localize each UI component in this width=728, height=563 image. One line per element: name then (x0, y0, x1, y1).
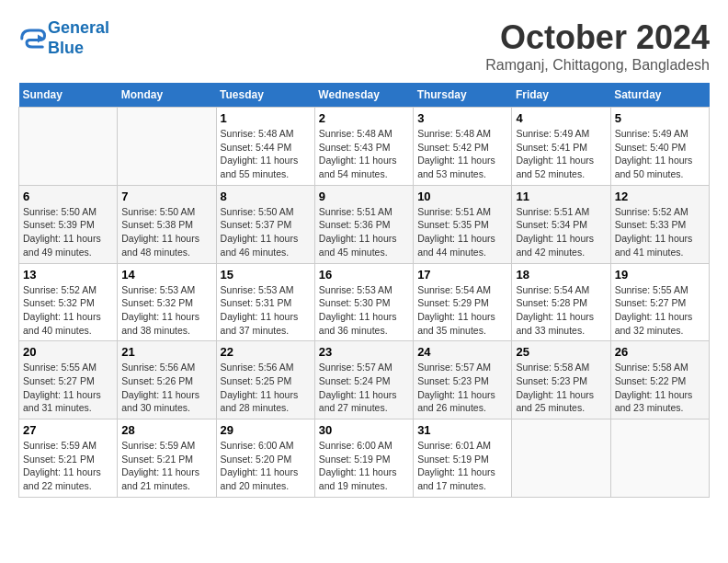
day-info: Sunrise: 5:53 AMSunset: 5:31 PMDaylight:… (221, 283, 311, 338)
calendar-cell: 20Sunrise: 5:55 AMSunset: 5:27 PMDayligh… (19, 341, 118, 419)
day-info: Sunrise: 5:57 AMSunset: 5:23 PMDaylight:… (417, 361, 507, 415)
day-info: Sunrise: 5:59 AMSunset: 5:21 PMDaylight:… (23, 439, 113, 493)
week-row-5: 27Sunrise: 5:59 AMSunset: 5:21 PMDayligh… (19, 419, 710, 498)
calendar-cell: 6Sunrise: 5:50 AMSunset: 5:39 PMDaylight… (19, 185, 118, 263)
calendar-cell: 27Sunrise: 5:59 AMSunset: 5:21 PMDayligh… (19, 419, 118, 498)
calendar-cell: 7Sunrise: 5:50 AMSunset: 5:38 PMDaylight… (118, 185, 216, 263)
day-number: 12 (615, 190, 705, 203)
day-info: Sunrise: 5:55 AMSunset: 5:27 PMDaylight:… (23, 361, 113, 415)
day-info: Sunrise: 5:52 AMSunset: 5:32 PMDaylight:… (23, 283, 113, 338)
day-info: Sunrise: 5:50 AMSunset: 5:37 PMDaylight:… (221, 205, 311, 259)
logo-line2: Blue (48, 39, 84, 57)
weekday-header-friday: Friday (512, 83, 610, 108)
day-number: 27 (23, 423, 113, 437)
day-number: 26 (615, 345, 705, 359)
calendar-cell: 28Sunrise: 5:59 AMSunset: 5:21 PMDayligh… (118, 419, 216, 498)
calendar-cell: 4Sunrise: 5:49 AMSunset: 5:41 PMDaylight… (512, 108, 610, 186)
weekday-header-thursday: Thursday (414, 83, 512, 108)
calendar-cell: 22Sunrise: 5:56 AMSunset: 5:25 PMDayligh… (216, 341, 314, 419)
day-info: Sunrise: 5:48 AMSunset: 5:42 PMDaylight:… (417, 127, 507, 181)
day-number: 3 (417, 111, 507, 125)
day-info: Sunrise: 5:49 AMSunset: 5:40 PMDaylight:… (615, 127, 705, 181)
day-number: 24 (417, 345, 507, 359)
day-number: 5 (615, 111, 705, 125)
calendar-cell (19, 108, 118, 186)
month-title: October 2024 (485, 18, 710, 57)
day-info: Sunrise: 6:00 AMSunset: 5:20 PMDaylight:… (221, 439, 311, 493)
calendar-cell: 2Sunrise: 5:48 AMSunset: 5:43 PMDaylight… (314, 108, 413, 186)
day-number: 15 (221, 268, 311, 282)
day-info: Sunrise: 5:52 AMSunset: 5:33 PMDaylight:… (615, 205, 705, 259)
calendar-cell (512, 419, 610, 498)
calendar-cell: 17Sunrise: 5:54 AMSunset: 5:29 PMDayligh… (414, 263, 512, 341)
week-row-1: 1Sunrise: 5:48 AMSunset: 5:44 PMDaylight… (19, 108, 710, 186)
day-number: 13 (23, 268, 113, 282)
day-info: Sunrise: 5:49 AMSunset: 5:41 PMDaylight:… (516, 127, 606, 181)
day-info: Sunrise: 5:48 AMSunset: 5:43 PMDaylight:… (319, 127, 409, 181)
header: General Blue October 2024 Ramganj, Chitt… (18, 18, 710, 74)
day-number: 21 (121, 345, 211, 359)
day-number: 2 (319, 111, 409, 125)
day-info: Sunrise: 5:50 AMSunset: 5:39 PMDaylight:… (23, 205, 113, 259)
day-number: 29 (221, 423, 311, 437)
day-info: Sunrise: 5:54 AMSunset: 5:28 PMDaylight:… (516, 283, 606, 338)
calendar-cell: 11Sunrise: 5:51 AMSunset: 5:34 PMDayligh… (512, 185, 610, 263)
weekday-header-row: SundayMondayTuesdayWednesdayThursdayFrid… (19, 83, 710, 108)
day-info: Sunrise: 5:48 AMSunset: 5:44 PMDaylight:… (221, 127, 311, 181)
day-info: Sunrise: 5:51 AMSunset: 5:35 PMDaylight:… (417, 205, 507, 259)
day-info: Sunrise: 5:56 AMSunset: 5:25 PMDaylight:… (221, 361, 311, 415)
calendar-cell: 10Sunrise: 5:51 AMSunset: 5:35 PMDayligh… (414, 185, 512, 263)
day-info: Sunrise: 5:53 AMSunset: 5:32 PMDaylight:… (121, 283, 211, 338)
day-number: 20 (23, 345, 113, 359)
day-number: 7 (121, 190, 211, 203)
day-info: Sunrise: 5:53 AMSunset: 5:30 PMDaylight:… (319, 283, 409, 338)
logo-line1: General (48, 18, 109, 37)
day-number: 14 (121, 268, 211, 282)
day-info: Sunrise: 6:00 AMSunset: 5:19 PMDaylight:… (319, 439, 409, 493)
weekday-header-saturday: Saturday (610, 83, 709, 108)
week-row-3: 13Sunrise: 5:52 AMSunset: 5:32 PMDayligh… (19, 263, 710, 341)
logo-icon (18, 25, 46, 52)
calendar-cell: 26Sunrise: 5:58 AMSunset: 5:22 PMDayligh… (610, 341, 709, 419)
day-number: 18 (516, 268, 606, 282)
calendar-table: SundayMondayTuesdayWednesdayThursdayFrid… (18, 83, 710, 498)
day-number: 31 (417, 423, 507, 437)
calendar-cell: 30Sunrise: 6:00 AMSunset: 5:19 PMDayligh… (314, 419, 413, 498)
day-info: Sunrise: 5:50 AMSunset: 5:38 PMDaylight:… (121, 205, 211, 259)
day-info: Sunrise: 5:51 AMSunset: 5:34 PMDaylight:… (516, 205, 606, 259)
day-info: Sunrise: 6:01 AMSunset: 5:19 PMDaylight:… (417, 439, 507, 493)
calendar-cell: 21Sunrise: 5:56 AMSunset: 5:26 PMDayligh… (118, 341, 216, 419)
calendar-cell: 9Sunrise: 5:51 AMSunset: 5:36 PMDaylight… (314, 185, 413, 263)
day-number: 17 (417, 268, 507, 282)
day-number: 28 (121, 423, 211, 437)
title-area: October 2024 Ramganj, Chittagong, Bangla… (485, 18, 710, 74)
day-info: Sunrise: 5:51 AMSunset: 5:36 PMDaylight:… (319, 205, 409, 259)
calendar-cell: 24Sunrise: 5:57 AMSunset: 5:23 PMDayligh… (414, 341, 512, 419)
day-number: 30 (319, 423, 409, 437)
day-info: Sunrise: 5:57 AMSunset: 5:24 PMDaylight:… (319, 361, 409, 415)
week-row-2: 6Sunrise: 5:50 AMSunset: 5:39 PMDaylight… (19, 185, 710, 263)
calendar-cell: 29Sunrise: 6:00 AMSunset: 5:20 PMDayligh… (216, 419, 314, 498)
calendar-cell: 13Sunrise: 5:52 AMSunset: 5:32 PMDayligh… (19, 263, 118, 341)
calendar-cell: 16Sunrise: 5:53 AMSunset: 5:30 PMDayligh… (314, 263, 413, 341)
calendar-cell: 31Sunrise: 6:01 AMSunset: 5:19 PMDayligh… (414, 419, 512, 498)
day-number: 22 (221, 345, 311, 359)
logo: General Blue (18, 18, 109, 58)
day-number: 16 (319, 268, 409, 282)
weekday-header-sunday: Sunday (19, 83, 118, 108)
calendar-cell: 3Sunrise: 5:48 AMSunset: 5:42 PMDaylight… (414, 108, 512, 186)
day-info: Sunrise: 5:54 AMSunset: 5:29 PMDaylight:… (417, 283, 507, 338)
calendar-cell (118, 108, 216, 186)
day-number: 11 (516, 190, 606, 203)
day-info: Sunrise: 5:58 AMSunset: 5:23 PMDaylight:… (516, 361, 606, 415)
day-number: 19 (615, 268, 705, 282)
calendar-cell: 12Sunrise: 5:52 AMSunset: 5:33 PMDayligh… (610, 185, 709, 263)
calendar-cell: 8Sunrise: 5:50 AMSunset: 5:37 PMDaylight… (216, 185, 314, 263)
calendar-cell: 18Sunrise: 5:54 AMSunset: 5:28 PMDayligh… (512, 263, 610, 341)
day-number: 1 (221, 111, 311, 125)
day-number: 4 (516, 111, 606, 125)
calendar-cell: 23Sunrise: 5:57 AMSunset: 5:24 PMDayligh… (314, 341, 413, 419)
calendar-cell: 5Sunrise: 5:49 AMSunset: 5:40 PMDaylight… (610, 108, 709, 186)
calendar-cell (610, 419, 709, 498)
calendar-cell: 15Sunrise: 5:53 AMSunset: 5:31 PMDayligh… (216, 263, 314, 341)
